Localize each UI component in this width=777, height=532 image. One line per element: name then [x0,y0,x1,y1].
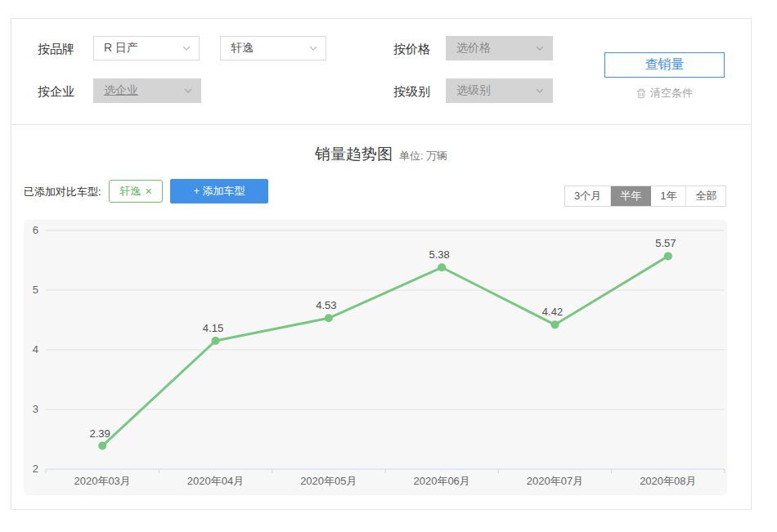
y-axis-label: 2 [33,463,38,475]
chart-area: 234562020年03月2020年04月2020年05月2020年06月202… [24,220,727,495]
brand-select[interactable]: R 日产 [93,36,200,60]
brand-select-value: R 日产 [104,41,138,56]
price-filter-label: 按价格 [393,42,430,56]
compare-models-label: 已添加对比车型: [24,185,101,199]
filter-panel: 按品牌 R 日产 轩逸 按价格 选价格 按企业 选企业 [11,18,752,125]
clear-conditions-button[interactable]: 清空条件 [604,86,725,101]
chart-title-row: 销量趋势图 单位: 万辆 [11,144,751,165]
query-sales-button[interactable]: 查销量 [604,52,725,78]
range-tab-3个月[interactable]: 3个月 [565,186,611,206]
page: 按品牌 R 日产 轩逸 按价格 选价格 按企业 选企业 [0,0,777,532]
time-range-tabs: 3个月半年1年全部 [564,186,726,207]
level-select-placeholder: 选级别 [456,83,491,98]
company-select: 选企业 [93,78,201,103]
y-axis-label: 4 [33,343,38,355]
x-axis-label: 2020年03月 [74,475,130,487]
data-point-label: 5.57 [655,237,676,249]
trash-icon [636,88,646,99]
chevron-down-icon [536,46,544,51]
add-model-button[interactable]: + 添加车型 [170,179,268,203]
x-axis-label: 2020年06月 [413,475,469,487]
data-point[interactable] [98,442,106,450]
x-axis-label: 2020年04月 [187,475,244,487]
clear-conditions-label: 清空条件 [650,86,693,101]
chevron-down-icon [182,46,191,51]
data-point[interactable] [325,314,333,322]
chart-title: 销量趋势图 [315,144,393,165]
x-axis-label: 2020年07月 [527,475,583,487]
company-select-placeholder: 选企业 [104,83,138,98]
chart-panel: 销量趋势图 单位: 万辆 已添加对比车型: 轩逸 × + 添加车型 3个月半年1… [11,124,752,510]
company-filter-label: 按企业 [38,85,74,98]
brand-filter-label: 按品牌 [38,42,74,56]
model-select-value: 轩逸 [231,41,254,56]
chevron-down-icon [536,88,544,93]
data-point[interactable] [551,320,559,329]
y-axis-label: 5 [33,284,38,296]
range-tab-半年[interactable]: 半年 [611,186,651,206]
price-select: 选价格 [446,36,553,60]
data-point[interactable] [664,252,672,260]
y-axis-label: 3 [33,403,38,415]
chevron-down-icon [309,46,317,51]
level-select: 选级别 [446,78,553,103]
x-axis-label: 2020年05月 [300,475,357,487]
range-tab-1年[interactable]: 1年 [651,186,686,206]
data-point[interactable] [212,337,220,345]
x-axis-label: 2020年08月 [640,475,696,487]
model-select[interactable]: 轩逸 [220,36,326,60]
close-icon[interactable]: × [145,186,151,197]
range-tab-全部[interactable]: 全部 [686,186,725,206]
y-axis-label: 6 [33,224,38,236]
compare-tag-label: 轩逸 [119,184,141,199]
data-point-label: 5.38 [429,248,450,261]
data-point-label: 2.39 [90,427,110,440]
level-filter-label: 按级别 [393,85,430,98]
data-point-label: 4.42 [542,306,563,318]
sales-line-chart[interactable]: 234562020年03月2020年04月2020年05月2020年06月202… [24,220,727,495]
data-point-label: 4.53 [316,299,336,311]
chevron-down-icon [184,88,192,93]
data-point-label: 4.15 [203,322,223,334]
chart-unit-label: 单位: 万辆 [399,149,447,163]
compare-tag-xuanyi[interactable]: 轩逸 × [109,180,163,203]
trend-line [102,256,668,445]
price-select-placeholder: 选价格 [456,41,491,56]
data-point[interactable] [438,263,446,271]
